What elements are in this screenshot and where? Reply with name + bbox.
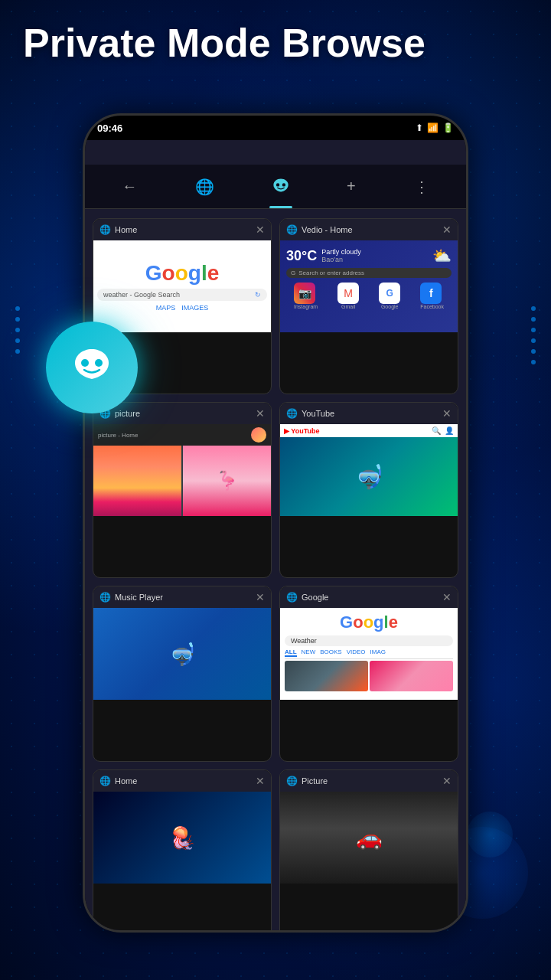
tab-title-google: Google (302, 593, 439, 602)
globe-button[interactable]: 🌐 (189, 172, 220, 202)
jelly-thumbnail: 🪼 (93, 792, 271, 884)
facebook-icon: f (420, 283, 442, 304)
yt-account-icon: 👤 (445, 426, 454, 435)
tab-title-home2: Home (115, 776, 252, 786)
tab-close-google[interactable]: ✕ (442, 591, 452, 603)
side-dot (531, 338, 536, 343)
google-logo: Google (145, 261, 219, 286)
side-dot (531, 349, 536, 354)
tab-card-youtube[interactable]: 🌐 YouTube ✕ ▶ YouTube 🔍 👤 🤿 (279, 402, 458, 578)
tab-close-picture[interactable]: ✕ (256, 407, 265, 420)
volume-up-button[interactable] (466, 253, 468, 299)
volume-down-button[interactable] (466, 311, 468, 357)
side-dot (15, 338, 20, 343)
phone-frame: 09:46 ⬆ 📶 🔋 ← 🌐 + ⋮ (83, 113, 468, 933)
weather-emoji: ⛅ (432, 247, 452, 265)
google-thumbnail: Google weather - Google Search ↻ MAPSIMA… (93, 240, 271, 332)
weather-thumbnail: 30°C Partly cloudy Bao'an ⛅ GSearch or e… (280, 240, 458, 332)
weather-temp: 30°C (286, 248, 317, 264)
tab-header-music: 🌐 Music Player ✕ (93, 586, 271, 608)
tab-header-google: 🌐 Google ✕ (280, 586, 458, 608)
tab-thumbnail-home: Google weather - Google Search ↻ MAPSIMA… (93, 240, 271, 332)
tab-card-music[interactable]: 🌐 Music Player ✕ 🤿 (93, 586, 272, 762)
new-tab-button[interactable]: + (341, 172, 362, 201)
tab-close-home2[interactable]: ✕ (256, 775, 265, 787)
tab-title-music: Music Player (115, 593, 252, 602)
tab-header-home2: 🌐 Home ✕ (93, 770, 271, 792)
pic-avatar (251, 427, 266, 443)
flamingo-pic: 🦩 (183, 446, 271, 516)
pink-flower-pic (370, 661, 453, 691)
menu-button[interactable]: ⋮ (408, 172, 435, 202)
tab-title-pic2: Picture (302, 776, 439, 786)
tab-title-picture: picture (115, 409, 252, 418)
tab-globe-icon: 🌐 (286, 224, 298, 235)
weather-info: Partly cloudy Bao'an (321, 248, 361, 263)
tab-books: BOOKS (320, 648, 341, 657)
tab-close-youtube[interactable]: ✕ (442, 407, 452, 420)
car-thumbnail: 🚗 (280, 792, 458, 884)
tab-thumbnail-vedio: 30°C Partly cloudy Bao'an ⛅ GSearch or e… (280, 240, 458, 332)
svg-point-2 (276, 183, 279, 186)
tab-thumbnail-music: 🤿 (93, 608, 271, 700)
pic-home-label: picture - Home (98, 432, 138, 439)
tab-title-vedio: Vedio - Home (302, 225, 439, 234)
instagram-app: 📷 Instagram (294, 283, 318, 309)
side-dot (15, 349, 20, 354)
mountain-pic (93, 446, 181, 516)
side-dots-left (15, 306, 20, 354)
weather-condition: Partly cloudy (321, 248, 361, 256)
app-icons-row: 📷 Instagram M Gmail G Google (286, 283, 452, 309)
mask-logo-circle (46, 322, 138, 413)
tab-thumbnail-google: Google Weather ALL NEW BOOKS VIDEO IMAG (280, 608, 458, 700)
svg-point-0 (81, 359, 89, 367)
tab-close-home[interactable]: ✕ (256, 224, 265, 236)
tab-close-pic2[interactable]: ✕ (442, 775, 452, 787)
weather-row: 30°C Partly cloudy Bao'an ⛅ (286, 247, 452, 265)
tab-globe-icon: 🌐 (99, 776, 111, 786)
status-time: 09:46 (97, 122, 122, 134)
private-mode-button[interactable] (267, 173, 295, 201)
gmail-label: Gmail (337, 304, 359, 309)
mask-nav-icon (270, 176, 292, 198)
tab-globe-icon: 🌐 (99, 592, 111, 603)
tab-title-home: Home (115, 225, 252, 234)
tab-globe-icon: 🌐 (286, 776, 298, 786)
google-label: Google (379, 304, 400, 309)
tab-card-pic2[interactable]: 🌐 Picture ✕ 🚗 (279, 769, 458, 930)
tab-card-picture[interactable]: 🌐 picture ✕ picture - Home 🦩 (93, 402, 272, 578)
facebook-app: f Facebook (420, 283, 444, 309)
google-search-logo: Google (285, 612, 453, 632)
tab-card-google[interactable]: 🌐 Google ✕ Google Weather ALL NEW BOOKS (279, 586, 458, 762)
yt-search-icon: 🔍 (432, 426, 441, 435)
side-dot (15, 317, 20, 322)
page-title: Private Mode Browse (23, 21, 528, 65)
side-dot (531, 360, 536, 364)
tab-header-home: 🌐 Home ✕ (93, 219, 271, 240)
tab-header-youtube: 🌐 YouTube ✕ (280, 403, 458, 424)
gmail-app: M Gmail (337, 283, 359, 309)
tab-close-music[interactable]: ✕ (256, 591, 265, 603)
back-button[interactable]: ← (116, 172, 143, 201)
instagram-label: Instagram (294, 304, 318, 309)
diver-youtube-scene: 🤿 (280, 437, 458, 516)
power-button[interactable] (466, 361, 468, 422)
tab-header-vedio: 🌐 Vedio - Home ✕ (280, 219, 458, 240)
tab-globe-icon: 🌐 (99, 224, 111, 235)
phone-screen: 09:46 ⬆ 📶 🔋 ← 🌐 + ⋮ (85, 116, 466, 930)
picture-thumbnail: picture - Home 🦩 (93, 424, 271, 516)
tab-thumbnail-pic2: 🚗 (280, 792, 458, 884)
nav-bar: ← 🌐 + ⋮ (85, 165, 466, 209)
tab-card-vedio[interactable]: 🌐 Vedio - Home ✕ 30°C Partly cloudy Bao'… (279, 218, 458, 394)
weather-location: Bao'an (321, 256, 361, 263)
side-dot (531, 317, 536, 322)
tab-close-vedio[interactable]: ✕ (442, 224, 452, 236)
yt-bar: ▶ YouTube 🔍 👤 (280, 424, 458, 437)
tab-card-home2[interactable]: 🌐 Home ✕ 🪼 (93, 769, 272, 930)
pic-grid: 🦩 (93, 446, 271, 516)
diver-music-scene: 🤿 (93, 608, 271, 700)
deco-circle-2 (467, 812, 513, 858)
address-bar: GSearch or enter address (286, 268, 452, 278)
side-dots-right (531, 306, 536, 364)
side-dot (531, 328, 536, 332)
